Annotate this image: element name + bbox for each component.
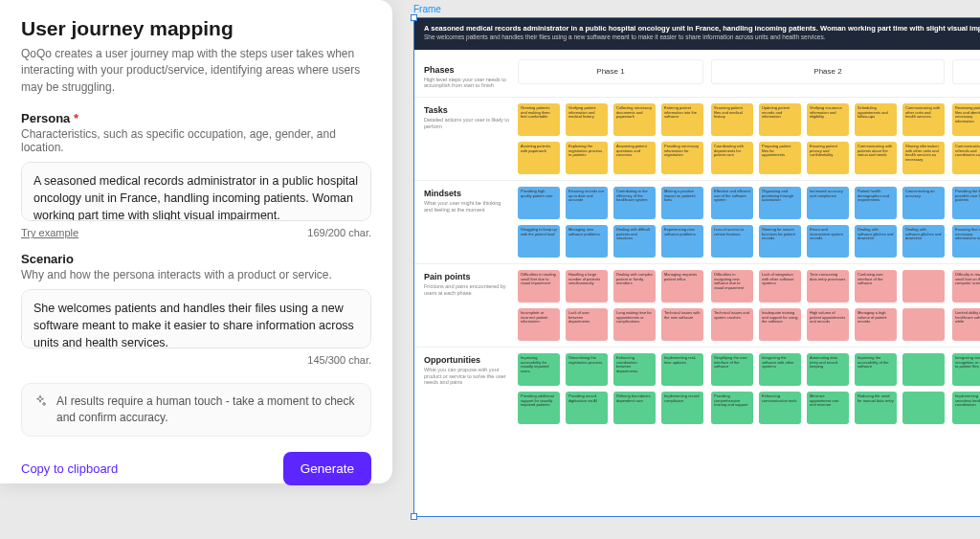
journey-card[interactable]: Providing additional support for visuall… — [518, 392, 560, 424]
journey-card[interactable]: Lack of user between departments — [566, 308, 608, 341]
journey-card[interactable]: Dealing with difficult patients and situ… — [613, 225, 656, 258]
canvas[interactable]: Frame A seasoned medical records adminis… — [400, 0, 980, 539]
scenario-label: Scenario — [21, 252, 371, 266]
journey-card[interactable]: Ensuring patient privacy and confidentia… — [807, 142, 849, 174]
journey-card[interactable]: Integrating the software with other syst… — [759, 353, 801, 386]
journey-card[interactable]: Entering patient information into the so… — [661, 103, 703, 136]
persona-help: Characteristics, such as specific occupa… — [21, 127, 371, 154]
journey-card[interactable]: Providing record digitization via AI — [566, 392, 608, 424]
journey-card[interactable]: Making a positive impact on patients' li… — [661, 187, 703, 219]
journey-card[interactable]: Ensuring that all necessary informations… — [952, 225, 980, 258]
row-title: Opportunities — [424, 355, 510, 365]
resize-handle-tl[interactable] — [411, 14, 417, 21]
journey-card[interactable]: Implementing record compliance — [661, 392, 703, 424]
journey-card[interactable]: Improving the accessibility of the softw… — [855, 353, 897, 386]
journey-card[interactable]: Collecting necessary documents and paper… — [613, 103, 656, 136]
journey-card[interactable]: Verifying patient information and medica… — [566, 103, 608, 136]
journey-card[interactable]: Managing requests patient influx — [661, 270, 703, 303]
journey-card[interactable]: Errors and inconsistent system records — [807, 225, 849, 258]
journey-card[interactable]: Concentrating on accuracy — [902, 187, 945, 219]
journey-frame[interactable]: A seasoned medical records administrator… — [413, 17, 980, 517]
journey-card[interactable]: Explaining the registration process to p… — [566, 142, 608, 174]
journey-card[interactable]: Limited ability if healthcare software w… — [952, 308, 980, 341]
journey-card[interactable]: Implementing real-time updates — [661, 353, 703, 386]
journey-card[interactable]: Patient health demographics and requirem… — [855, 187, 897, 219]
journey-card[interactable]: Reviewing patient files and identifying … — [952, 103, 980, 136]
journey-card[interactable]: Providing the best possible care for pat… — [952, 187, 980, 219]
journey-card[interactable]: Providing high quality patient care — [518, 187, 560, 219]
journey-card[interactable]: Automating data entry and record keeping — [807, 353, 849, 386]
journey-card[interactable]: Experiencing new software problems — [661, 225, 703, 258]
journey-card[interactable]: Defining boundaries dependent care — [613, 392, 656, 424]
copy-to-clipboard-link[interactable]: Copy to clipboard — [21, 461, 118, 476]
journey-card[interactable]: Implementing seamless healthcare coordin… — [952, 392, 980, 424]
row-title: Phases — [424, 65, 510, 75]
journey-card[interactable]: Answering patient questions and concerns — [613, 142, 656, 174]
journey-card[interactable]: Handling a large number of patients simu… — [566, 270, 608, 303]
journey-card[interactable]: Time consuming data entry processes — [807, 270, 849, 303]
journey-card[interactable]: Simplifying the user interface of the so… — [711, 353, 753, 386]
journey-card[interactable]: Sharing information with other units and… — [902, 142, 945, 174]
journey-card[interactable]: Loss of access to certain features — [711, 225, 753, 258]
journey-card[interactable]: Difficulties in reading small font due t… — [518, 270, 560, 303]
journey-card[interactable] — [902, 270, 945, 303]
journey-card[interactable]: Streamlining the registration process — [566, 353, 608, 386]
try-example-link[interactable]: Try example — [21, 227, 78, 238]
journey-card[interactable]: High volume of patient appointments and … — [807, 308, 849, 341]
journey-card[interactable]: Lack of integration with other software … — [759, 270, 801, 303]
journey-card[interactable]: Difficulty in reading small font on the … — [952, 270, 980, 303]
journey-card[interactable]: Verifying insurance information and elig… — [807, 103, 849, 136]
journey-card[interactable]: Struggling to keep up with the patient l… — [518, 225, 560, 258]
scenario-help: Why and how the persona interacts with a… — [21, 268, 371, 281]
journey-card[interactable]: Reducing the need for manual data entry — [855, 392, 897, 424]
journey-card[interactable]: Integrating voice recognition or other t… — [952, 353, 980, 386]
journey-card[interactable]: Technical issues and system crashes — [711, 308, 753, 341]
journey-card[interactable]: Steering for search functions for patien… — [759, 225, 801, 258]
journey-card[interactable]: Communicating with referrals and coordin… — [952, 142, 980, 174]
phase-header[interactable]: Phase 2 — [711, 59, 945, 84]
journey-card[interactable]: Assisting patients with paperwork — [518, 142, 560, 174]
journey-card[interactable]: Effective and efficient use of the softw… — [711, 187, 753, 219]
journey-card[interactable]: Communicating with patients about the st… — [855, 142, 897, 174]
journey-card[interactable]: Inadequate training and support for usin… — [759, 308, 801, 341]
journey-card[interactable]: Minimize appointment cost and revenue — [807, 392, 849, 424]
phase-header[interactable]: Phase 1 — [518, 59, 703, 84]
scenario-textarea[interactable] — [21, 289, 371, 348]
journey-card[interactable]: Contributing to the efficiency of the he… — [613, 187, 656, 219]
resize-handle-bl[interactable] — [411, 513, 417, 520]
journey-card[interactable]: Enhancing communication tools — [759, 392, 801, 424]
journey-card[interactable] — [902, 308, 945, 341]
persona-textarea[interactable] — [21, 162, 371, 221]
journey-card[interactable]: Improving accessibility for visually imp… — [518, 353, 560, 386]
journey-card[interactable]: Enhancing coordination between departmen… — [613, 353, 656, 386]
journey-card[interactable]: Managing a high volume of patient record… — [855, 308, 897, 341]
phase-header[interactable] — [952, 59, 980, 84]
journey-card[interactable]: Ensuring records are up to date and accu… — [566, 187, 608, 219]
generate-button[interactable]: Generate — [283, 452, 371, 485]
journey-card[interactable]: Scanning patient files and medical histo… — [711, 103, 753, 136]
journey-card[interactable]: Dealing with software glitches and downt… — [855, 225, 897, 258]
journey-card[interactable]: Difficulties in navigating new software … — [711, 270, 753, 303]
journey-card[interactable]: Providing comprehensive training and sup… — [711, 392, 753, 424]
journey-card[interactable]: Dealing with complex patient or family m… — [613, 270, 656, 303]
journey-card[interactable]: Long waiting time for appointments or co… — [613, 308, 656, 341]
journey-card[interactable]: Technical issues with the new software — [661, 308, 703, 341]
journey-card[interactable]: Organizing and prioritizing through auto… — [759, 187, 801, 219]
journey-card[interactable]: Scheduling appointments and follow-ups — [855, 103, 897, 136]
journey-card[interactable]: Updating patient records and information — [759, 103, 801, 136]
journey-card[interactable]: Providing necessary information for regi… — [661, 142, 703, 174]
journey-card[interactable]: Greeting patients and making them feel c… — [518, 103, 560, 136]
journey-card[interactable]: Managing new software problems — [566, 225, 608, 258]
journey-card[interactable]: Incomplete or incorrect patient informat… — [518, 308, 560, 341]
frame-label[interactable]: Frame — [413, 4, 441, 14]
journey-card[interactable]: Increased accuracy and compliance — [807, 187, 849, 219]
journey-card[interactable]: Communicating with other units and healt… — [902, 103, 945, 136]
journey-card[interactable] — [902, 392, 945, 424]
journey-card[interactable]: Dealing with software glitches and downt… — [902, 225, 945, 258]
journey-card[interactable] — [902, 353, 945, 386]
persona-label: Persona * — [21, 111, 371, 125]
frame-header: A seasoned medical records administrator… — [414, 18, 980, 50]
journey-card[interactable]: Confusing user interface of the software — [855, 270, 897, 303]
journey-card[interactable]: Coordinating with departments for patien… — [711, 142, 753, 174]
journey-card[interactable]: Preparing patient files for appointments — [759, 142, 801, 174]
